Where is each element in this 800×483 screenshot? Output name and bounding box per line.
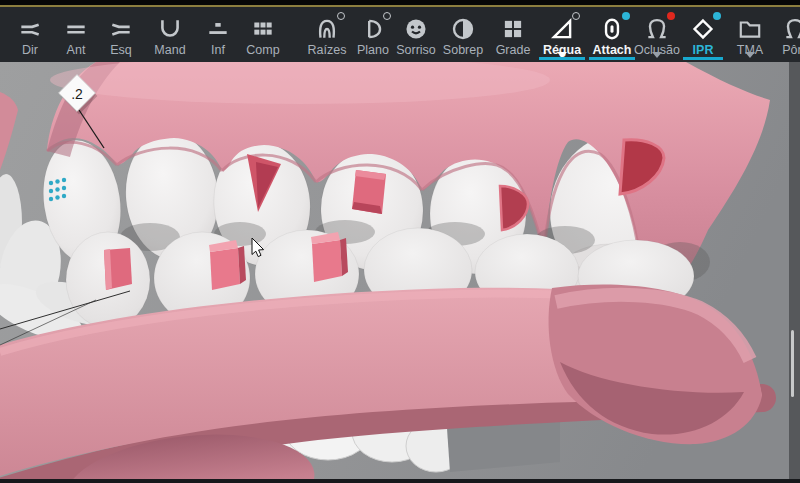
pontic-icon xyxy=(782,16,800,42)
smile-icon xyxy=(403,16,429,42)
attachment-icon xyxy=(599,16,625,42)
attachment-rectangle xyxy=(312,240,342,282)
mandible-arch-icon xyxy=(157,16,183,42)
side-right-view-icon xyxy=(17,16,43,42)
overlay-icon xyxy=(450,16,476,42)
plane-icon xyxy=(360,16,386,42)
main-toolbar: Dir Ant Esq Mand Inf xyxy=(0,7,800,62)
toolbar-button-comp[interactable]: Comp xyxy=(231,7,295,62)
grid-icon xyxy=(500,16,526,42)
inferior-view-icon xyxy=(205,16,231,42)
chevron-down-icon xyxy=(652,52,662,58)
front-view-icon xyxy=(63,16,89,42)
ipr-diamond-icon xyxy=(690,16,716,42)
app-window: Dir Ant Esq Mand Inf xyxy=(0,0,800,483)
active-underline xyxy=(683,57,723,60)
dental-model-viewport[interactable]: .2 xyxy=(0,62,790,479)
scrollbar-thumb[interactable] xyxy=(791,330,794,397)
folder-icon xyxy=(737,16,763,42)
side-left-view-icon xyxy=(108,16,134,42)
attachment-rectangle xyxy=(210,248,240,290)
window-bottom-edge xyxy=(0,479,800,483)
right-panel-edge xyxy=(789,62,800,483)
ruler-triangle-icon xyxy=(549,16,575,42)
compare-grid-icon xyxy=(250,16,276,42)
chevron-down-icon xyxy=(745,52,755,58)
attachment-dots-grid xyxy=(49,178,66,201)
active-underline xyxy=(539,57,585,60)
occlusion-icon xyxy=(644,16,670,42)
roots-icon xyxy=(314,16,340,42)
settings-ring-badge xyxy=(572,12,580,20)
ipr-value: .2 xyxy=(71,86,83,102)
toolbar-button-pont[interactable]: Pônt xyxy=(763,7,800,62)
